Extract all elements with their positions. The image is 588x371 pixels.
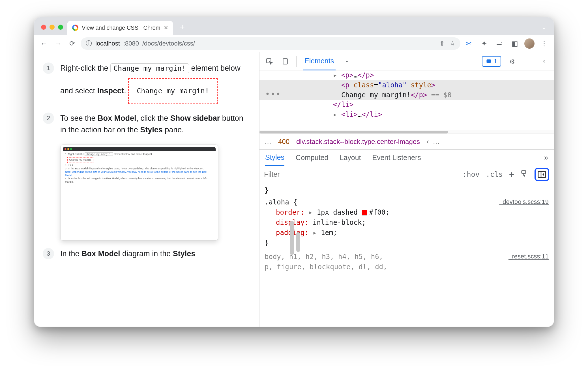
demo-element[interactable]: Change my margin!: [128, 78, 218, 104]
profile-avatar[interactable]: [524, 38, 535, 49]
step-number: 1: [43, 62, 54, 74]
step-number: 2: [43, 113, 54, 124]
styles-filter-input[interactable]: [264, 170, 312, 178]
styles-rules[interactable]: } _devtools.scss:19 .aloha { border: 1px…: [259, 183, 554, 276]
tab-elements[interactable]: Elements: [303, 52, 336, 70]
step-number: 3: [43, 248, 54, 259]
prop-border[interactable]: border:: [276, 208, 304, 216]
browser-toolbar: ← → ⟳ ⓘ localhost:8080/docs/devtools/css…: [34, 35, 554, 52]
val-border[interactable]: 1px dashed: [317, 208, 362, 216]
reload-button[interactable]: ⟳: [66, 38, 78, 49]
inspect-element-icon[interactable]: [265, 57, 274, 66]
devtools-menu-icon[interactable]: ⋮: [523, 57, 533, 66]
rule-reset[interactable]: _reset.scss:11 body, h1, h2, h3, h4, h5,…: [265, 250, 549, 274]
tabs-overflow-icon[interactable]: ⌄: [534, 23, 554, 35]
svg-rect-3: [522, 171, 526, 173]
chrome-favicon-icon: [72, 25, 78, 31]
styles-subtabs: Styles Computed Layout Event Listeners »: [259, 150, 554, 166]
site-info-icon[interactable]: ⓘ: [86, 39, 92, 48]
dom-overflow-icon[interactable]: •••: [265, 89, 281, 100]
step-1: 1 Right-click the Change my margin! elem…: [43, 62, 251, 104]
inline-screenshot: 1 Right-click the Change my margin! elem…: [60, 144, 218, 241]
color-swatch-icon[interactable]: [362, 210, 367, 215]
val-border-hex[interactable]: #f00;: [369, 208, 389, 216]
tab-strip: View and change CSS - Chrom ✕ + ⌄: [34, 17, 554, 35]
back-button[interactable]: ←: [38, 38, 50, 49]
browser-tab[interactable]: View and change CSS - Chrom ✕: [67, 21, 173, 35]
rule-selector-line2: p, figure, blockquote, dl, dd,: [265, 262, 549, 272]
chrome-menu-icon[interactable]: ⋮: [538, 38, 550, 49]
minimize-window-icon[interactable]: [50, 25, 55, 30]
step1-text-c: .: [124, 87, 126, 95]
url-port: :8080: [123, 40, 139, 47]
browser-window: View and change CSS - Chrom ✕ + ⌄ ← → ⟳ …: [34, 17, 554, 327]
new-tab-button[interactable]: +: [173, 22, 192, 35]
forward-button: →: [52, 38, 64, 49]
val-padding[interactable]: 1em;: [321, 229, 337, 237]
documentation-page: 1 Right-click the Change my margin! elem…: [34, 52, 259, 327]
reading-list-icon[interactable]: ≕: [494, 38, 505, 49]
rule-aloha[interactable]: _devtools.scss:19 .aloha { border: 1px d…: [265, 195, 549, 250]
devtools-toolbar: Elements » 1 ⚙ ⋮ ✕: [259, 52, 554, 70]
url-host: localhost: [95, 40, 120, 47]
close-devtools-icon[interactable]: ✕: [539, 57, 549, 66]
breadcrumb-selected[interactable]: div.stack.stack--block.type.center-image…: [296, 138, 420, 146]
paint-flash-icon[interactable]: [520, 170, 528, 179]
scissors-extension-icon[interactable]: ✂: [463, 38, 475, 49]
val-display[interactable]: inline-block;: [309, 219, 366, 227]
address-bar[interactable]: ⓘ localhost:8080/docs/devtools/css/ ⇧ ☆: [81, 37, 460, 50]
page-scrollbar[interactable]: [290, 221, 294, 255]
rule-selector-line1: body, h1, h2, h3, h4, h5, h6,: [265, 252, 549, 262]
selected-dom-node[interactable]: <p class="aloha" style>: [259, 80, 554, 90]
svg-rect-4: [538, 171, 546, 178]
shot-note: Note: Depending on the size of your DevT…: [65, 171, 207, 177]
breadcrumb-400[interactable]: 400: [278, 138, 289, 146]
subtab-layout[interactable]: Layout: [340, 154, 361, 162]
styles-action-bar: :hov .cls +: [259, 166, 554, 183]
step-2: 2 To see the Box Model, click the Show s…: [43, 113, 251, 136]
dom-text-node: Change my margin!: [341, 91, 411, 99]
issues-badge[interactable]: 1: [482, 56, 501, 67]
close-tab-icon[interactable]: ✕: [164, 25, 168, 31]
rule-source-link[interactable]: _devtools.scss:19: [499, 197, 549, 206]
bookmark-icon[interactable]: ☆: [450, 40, 455, 47]
fullscreen-window-icon[interactable]: [58, 25, 63, 30]
rule-close-brace: }: [265, 239, 269, 247]
cls-toggle[interactable]: .cls: [486, 170, 503, 178]
breadcrumb-overflow-left[interactable]: …: [265, 138, 271, 146]
step1-bold: Inspect: [97, 87, 124, 95]
step1-code: Change my margin!: [110, 63, 189, 73]
more-tabs-icon[interactable]: »: [342, 57, 351, 66]
settings-icon[interactable]: ⚙: [507, 57, 517, 66]
new-style-rule-icon[interactable]: +: [509, 169, 514, 179]
hov-toggle[interactable]: :hov: [463, 170, 480, 178]
step2-text: To see the Box Model, click the Show sid…: [60, 113, 251, 136]
rule-selector: .aloha {: [265, 198, 297, 206]
subtab-computed[interactable]: Computed: [296, 154, 328, 162]
subtab-styles[interactable]: Styles: [265, 150, 284, 166]
dom-horizontal-scrollbar[interactable]: [259, 130, 554, 134]
step3-text: In the Box Model diagram in the Styles: [60, 248, 195, 260]
share-icon[interactable]: ⇧: [439, 40, 445, 47]
step-3: 3 In the Box Model diagram in the Styles: [43, 248, 251, 260]
svg-rect-1: [283, 59, 287, 64]
close-window-icon[interactable]: [41, 25, 46, 30]
subtab-more-icon[interactable]: »: [544, 154, 548, 162]
step1-text-a: Right-click the: [60, 64, 110, 72]
dom-selected-marker: == $0: [427, 91, 452, 99]
devtools-panel: Elements » 1 ⚙ ⋮ ✕ ••• <p>…</p> <p class…: [259, 52, 554, 327]
content-area: 1 Right-click the Change my margin! elem…: [34, 52, 554, 327]
subtab-event-listeners[interactable]: Event Listeners: [372, 154, 421, 162]
breadcrumb-overflow-right[interactable]: ‹ …: [427, 138, 439, 146]
window-controls: [37, 25, 67, 35]
url-path: /docs/devtools/css/: [142, 40, 195, 47]
rule-source-link[interactable]: _reset.scss:11: [508, 252, 549, 261]
devtools-scrollbar[interactable]: [296, 232, 300, 252]
issues-count: 1: [494, 58, 497, 65]
device-toolbar-icon[interactable]: [280, 57, 290, 66]
dom-breadcrumbs[interactable]: … 400 div.stack.stack--block.type.center…: [259, 134, 554, 150]
extensions-icon[interactable]: ✦: [478, 38, 490, 49]
show-sidebar-button[interactable]: [535, 168, 549, 181]
side-panel-icon[interactable]: ◧: [509, 38, 520, 49]
dom-tree[interactable]: ••• <p>…</p> <p class="aloha" style> Cha…: [259, 70, 554, 130]
